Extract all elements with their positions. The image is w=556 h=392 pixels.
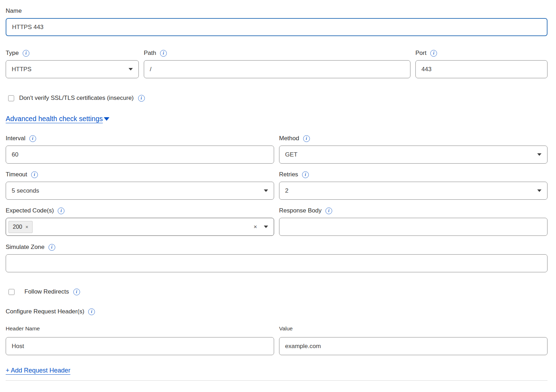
- request-header-row: Header Name Value: [6, 325, 548, 355]
- expected-code-tag: 200: [8, 221, 33, 233]
- header-name-column-label: Header Name: [6, 325, 274, 332]
- timeout-label-text: Timeout: [6, 171, 27, 178]
- info-icon[interactable]: [138, 95, 145, 102]
- timeout-label: Timeout: [6, 171, 274, 178]
- verify-ssl-checkbox[interactable]: [8, 95, 14, 101]
- info-icon[interactable]: [29, 135, 36, 142]
- retries-label-text: Retries: [279, 171, 298, 178]
- simulate-zone-input[interactable]: [6, 254, 548, 272]
- port-label-text: Port: [415, 49, 426, 57]
- info-icon[interactable]: [303, 135, 310, 142]
- info-icon[interactable]: [88, 308, 95, 315]
- simulate-zone-label: Simulate Zone: [6, 243, 548, 251]
- remove-tag-icon[interactable]: [25, 225, 28, 229]
- path-label-text: Path: [144, 49, 156, 57]
- header-name-input[interactable]: [6, 337, 274, 355]
- info-icon[interactable]: [302, 171, 309, 178]
- response-body-input[interactable]: [279, 218, 548, 236]
- port-label: Port: [415, 49, 548, 57]
- info-icon[interactable]: [23, 50, 29, 57]
- health-check-form: Name Type HTTPS Path Port: [0, 0, 556, 381]
- interval-label: Interval: [6, 135, 274, 142]
- add-request-header-link[interactable]: + Add Request Header: [6, 367, 70, 374]
- method-select-value: GET: [285, 151, 297, 158]
- info-icon[interactable]: [58, 208, 64, 214]
- info-icon[interactable]: [430, 50, 437, 57]
- port-input[interactable]: [415, 60, 548, 78]
- info-icon[interactable]: [49, 244, 55, 251]
- follow-redirects-checkbox[interactable]: [8, 289, 15, 295]
- info-icon[interactable]: [31, 171, 38, 178]
- name-label-text: Name: [6, 7, 22, 15]
- retries-select-value: 2: [285, 187, 288, 194]
- type-label-text: Type: [6, 49, 19, 57]
- expected-codes-label: Expected Code(s): [6, 207, 274, 215]
- response-body-label: Response Body: [279, 207, 548, 215]
- method-label: Method: [279, 135, 548, 142]
- expected-codes-multiselect[interactable]: 200: [6, 218, 274, 236]
- interval-input[interactable]: [6, 146, 274, 164]
- advanced-settings-toggle[interactable]: Advanced health check settings: [6, 115, 109, 123]
- header-value-input[interactable]: [279, 337, 548, 355]
- request-headers-section-label-text: Configure Request Header(s): [6, 308, 84, 316]
- interval-label-text: Interval: [6, 135, 25, 142]
- path-label: Path: [144, 49, 410, 57]
- section-divider: [6, 380, 548, 381]
- clear-icon[interactable]: [254, 224, 257, 230]
- caret-down-icon: [104, 117, 109, 121]
- name-input[interactable]: [6, 18, 548, 36]
- chevron-down-icon: [537, 189, 541, 192]
- path-input[interactable]: [144, 60, 410, 78]
- info-icon[interactable]: [73, 289, 80, 295]
- chevron-down-icon: [129, 68, 133, 70]
- verify-ssl-label: Don't verify SSL/TLS certificates (insec…: [19, 95, 134, 102]
- timeout-select[interactable]: 5 seconds: [6, 182, 274, 200]
- type-label: Type: [6, 49, 139, 57]
- expected-code-tag-text: 200: [13, 224, 22, 230]
- type-select-value: HTTPS: [12, 66, 32, 73]
- expected-codes-label-text: Expected Code(s): [6, 207, 54, 215]
- timeout-select-value: 5 seconds: [12, 187, 39, 194]
- header-value-column-label: Value: [279, 325, 548, 332]
- method-label-text: Method: [279, 135, 299, 142]
- method-select[interactable]: GET: [279, 146, 548, 164]
- response-body-label-text: Response Body: [279, 207, 322, 215]
- chevron-down-icon: [264, 189, 268, 192]
- request-headers-section-label: Configure Request Header(s): [6, 308, 548, 316]
- info-icon[interactable]: [160, 50, 167, 57]
- simulate-zone-label-text: Simulate Zone: [6, 243, 45, 251]
- advanced-settings-label: Advanced health check settings: [6, 115, 103, 123]
- info-icon[interactable]: [325, 208, 332, 214]
- retries-select[interactable]: 2: [279, 182, 548, 200]
- follow-redirects-label: Follow Redirects: [24, 288, 69, 295]
- chevron-down-icon[interactable]: [264, 226, 268, 228]
- chevron-down-icon: [537, 153, 541, 156]
- name-label: Name: [6, 7, 548, 15]
- type-select[interactable]: HTTPS: [6, 60, 139, 78]
- retries-label: Retries: [279, 171, 548, 178]
